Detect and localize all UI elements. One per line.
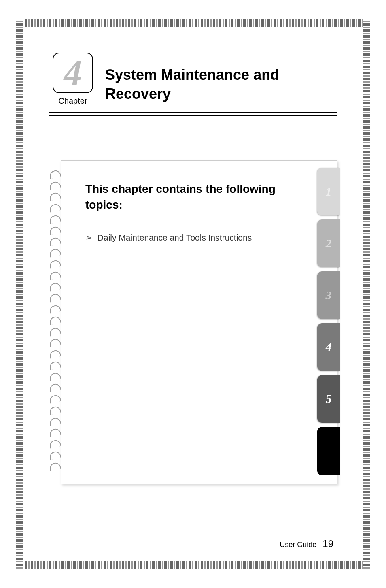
topics-heading: This chapter contains the following topi… (85, 181, 305, 213)
decorative-left-border (16, 19, 23, 569)
page-footer: User Guide 19 (280, 538, 333, 550)
chapter-title: System Maintenance and Recovery (105, 66, 337, 106)
chapter-number: 4 (64, 55, 82, 91)
section-tab-current (317, 427, 340, 475)
topic-text: Daily Maintenance and Tools Instructions (98, 233, 252, 242)
decorative-bottom-border (16, 561, 370, 569)
topics-card-body: This chapter contains the following topi… (61, 160, 337, 484)
section-tab-4[interactable]: 4 (317, 323, 340, 371)
chapter-number-box: 4 (53, 53, 93, 93)
footer-label: User Guide (280, 541, 316, 549)
section-tab-2[interactable]: 2 (317, 219, 340, 267)
side-tabs: 1 2 3 4 5 (317, 168, 340, 475)
decorative-top-border (16, 19, 370, 27)
spiral-binding-icon (49, 168, 64, 472)
topics-card: This chapter contains the following topi… (57, 160, 337, 484)
decorative-right-border (363, 19, 370, 569)
section-tab-3[interactable]: 3 (317, 271, 340, 319)
bullet-arrow-icon: ➢ (85, 233, 93, 242)
chapter-badge: 4 Chapter (49, 53, 97, 106)
heading-rule (49, 112, 337, 116)
page-content: 4 Chapter System Maintenance and Recover… (28, 28, 358, 560)
chapter-header: 4 Chapter System Maintenance and Recover… (28, 28, 358, 106)
chapter-label: Chapter (49, 96, 97, 106)
page-number: 19 (322, 538, 333, 549)
topic-item: ➢ Daily Maintenance and Tools Instructio… (85, 233, 305, 243)
section-tab-1[interactable]: 1 (317, 168, 340, 215)
section-tab-5[interactable]: 5 (317, 375, 340, 423)
